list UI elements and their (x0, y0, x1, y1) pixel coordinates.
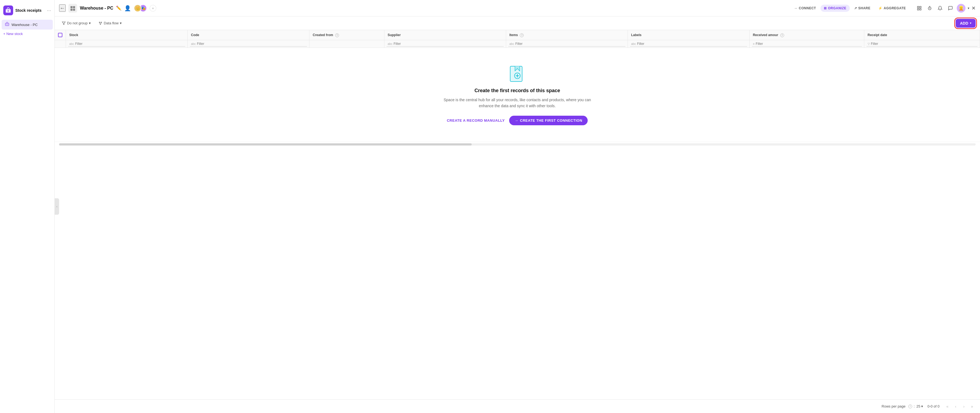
avatar-group: 👑 🎭 (134, 5, 147, 12)
add-user-icon[interactable]: + (150, 5, 156, 11)
next-page-button[interactable]: › (960, 403, 967, 410)
more-icon[interactable]: ⋯ (47, 8, 51, 13)
empty-state: Create the first records of this space S… (55, 48, 980, 142)
topbar-nav: → CONNECT ⊞ ORGANIZE ↗ SHARE ⚡ AGGREGATE (791, 5, 909, 12)
th-stock-label: Stock (69, 33, 78, 37)
empty-state-title: Create the first records of this space (474, 88, 560, 94)
add-button[interactable]: ADD ▾ (956, 19, 975, 28)
layout-icon[interactable] (915, 4, 923, 12)
create-manually-button[interactable]: CREATE A RECORD MANUALLY (447, 118, 505, 122)
svg-rect-5 (71, 8, 73, 10)
svg-point-15 (100, 24, 101, 24)
th-labels[interactable]: Labels (628, 30, 749, 40)
close-icon[interactable]: ✕ (972, 5, 975, 11)
th-supplier[interactable]: Supplier (384, 30, 506, 40)
received-amount-help-icon[interactable]: ? (780, 33, 784, 37)
filter-code-input-container: abc (190, 41, 307, 46)
app-icon (3, 5, 13, 15)
create-connection-button[interactable]: → CREATE THE FIRST CONNECTION (509, 116, 588, 125)
th-stock[interactable]: Stock (66, 30, 188, 40)
data-table: Stock Code Created from ? Supplier (55, 30, 980, 142)
svg-point-14 (101, 22, 102, 22)
share-icon: ↗ (854, 6, 857, 10)
filter-labels-input[interactable] (637, 42, 746, 46)
aggregate-icon: ⚡ (878, 6, 883, 10)
organize-button[interactable]: ⊞ ORGANIZE (821, 5, 850, 12)
filter-received-amount-input[interactable] (756, 42, 861, 46)
filter-code-icon: abc (191, 42, 196, 45)
new-stock-button[interactable]: + New stock (0, 30, 54, 38)
th-items[interactable]: Items ? (506, 30, 628, 40)
scrollbar-thumb[interactable] (59, 143, 472, 146)
aggregate-button[interactable]: ⚡ AGGREGATE (875, 5, 909, 12)
created-from-help-icon[interactable]: ? (335, 33, 339, 37)
sidebar-item-warehouse[interactable]: Warehouse - PC (2, 20, 53, 30)
add-chevron-icon: ▾ (970, 22, 971, 25)
items-help-icon[interactable]: ? (520, 33, 523, 37)
last-page-button[interactable]: » (969, 403, 975, 410)
connect-button[interactable]: → CONNECT (791, 5, 819, 12)
svg-rect-1 (5, 23, 9, 26)
rows-per-page-help-icon[interactable]: ? (908, 405, 912, 408)
svg-marker-12 (62, 22, 65, 25)
filter-stock-input[interactable] (75, 42, 184, 46)
filter-receipt-date-input[interactable] (871, 42, 977, 46)
bell-icon[interactable] (936, 4, 944, 12)
filter-stock-input-container: abc (68, 41, 185, 46)
add-label: ADD (960, 21, 968, 25)
topbar-title: Warehouse - PC (80, 6, 113, 11)
table-container: Stock Code Created from ? Supplier (55, 30, 980, 399)
topbar: ← Warehouse - PC ✏️ 👤 👑 🎭 + → CONNECT (55, 0, 980, 16)
filter-received-amount-input-container: ≡ (752, 41, 862, 46)
sidebar-workspace-label: Warehouse - PC (11, 23, 38, 27)
pagination-info: 0-0 of 0 (928, 404, 940, 408)
svg-rect-7 (917, 6, 919, 8)
user-chevron-icon[interactable]: ▾ (968, 6, 969, 10)
filter-items-cell: abc (506, 40, 628, 48)
rows-per-page-separator: : (914, 404, 915, 408)
empty-state-actions: CREATE A RECORD MANUALLY → CREATE THE FI… (447, 116, 588, 125)
collapse-sidebar-handle[interactable]: ‹ (55, 198, 59, 215)
svg-rect-9 (917, 8, 919, 10)
filter-receipt-date-icon: ▽ (867, 42, 870, 46)
filter-stock-icon: abc (69, 42, 74, 45)
timer-icon[interactable] (926, 4, 934, 12)
table-wrapper: Stock Code Created from ? Supplier (55, 30, 980, 142)
toolbar: Do not group ▾ Data flow ▾ ADD ▾ (55, 16, 980, 30)
select-all-checkbox[interactable] (58, 33, 62, 37)
back-button[interactable]: ← (59, 5, 66, 12)
main-content: ← Warehouse - PC ✏️ 👤 👑 🎭 + → CONNECT (55, 0, 980, 413)
rows-per-page-label: Rows per page (881, 404, 905, 408)
dataflow-button[interactable]: Data flow ▾ (96, 20, 124, 27)
filter-labels-cell: abc (628, 40, 749, 48)
user-avatar[interactable]: 👱 (957, 4, 966, 13)
chat-icon[interactable] (947, 4, 955, 12)
th-created-from[interactable]: Created from ? (309, 30, 384, 40)
filter-supplier-input[interactable] (393, 42, 502, 46)
connect-label: CONNECT (799, 6, 816, 10)
share-button[interactable]: ↗ SHARE (851, 5, 874, 12)
th-received-amount[interactable]: Received amour ? (749, 30, 864, 40)
svg-rect-3 (71, 6, 73, 8)
prev-page-button[interactable]: ‹ (952, 403, 959, 410)
first-page-button[interactable]: « (944, 403, 951, 410)
pagination-buttons: « ‹ › » (944, 403, 975, 410)
th-items-label: Items (509, 33, 518, 37)
dataflow-chevron-icon: ▾ (120, 21, 122, 25)
rows-per-page-container: Rows per page ? : 25 ▾ (881, 404, 923, 408)
filter-code-input[interactable] (197, 42, 306, 46)
th-receipt-date[interactable]: Receipt date (864, 30, 980, 40)
horizontal-scrollbar[interactable] (55, 142, 980, 147)
svg-rect-8 (920, 6, 921, 8)
edit-icon[interactable]: ✏️ (116, 5, 121, 11)
share-label: SHARE (858, 6, 870, 10)
create-connection-label: CREATE THE FIRST CONNECTION (520, 118, 582, 122)
rows-per-page-select[interactable]: 25 ▾ (916, 404, 923, 408)
th-code[interactable]: Code (188, 30, 309, 40)
filter-items-input[interactable] (515, 42, 624, 46)
filter-button[interactable]: Do not group ▾ (59, 20, 94, 27)
filter-labels-icon: abc (631, 42, 636, 45)
th-labels-label: Labels (631, 33, 641, 37)
select-all-header[interactable] (55, 30, 66, 40)
dataflow-label: Data flow (104, 21, 118, 25)
